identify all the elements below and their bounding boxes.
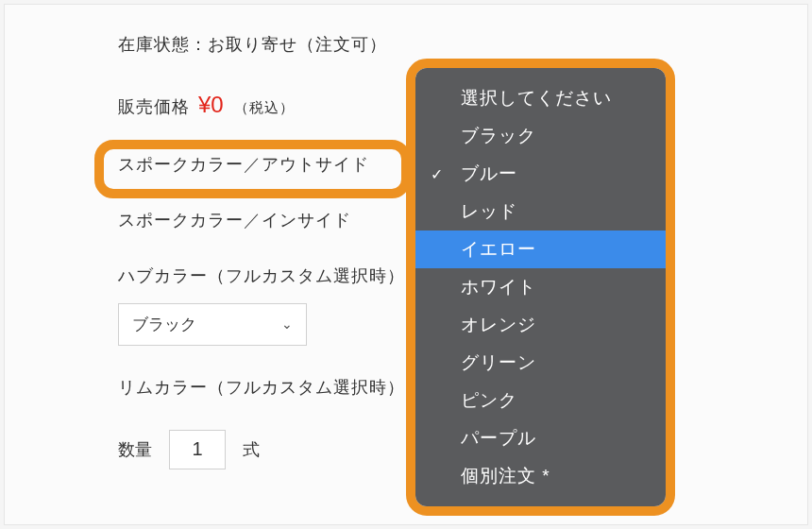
- dropdown-option[interactable]: レッド: [415, 193, 666, 230]
- dropdown-option[interactable]: ブラック: [415, 117, 666, 155]
- dropdown-option-label: ピンク: [461, 390, 517, 410]
- stock-status-text: 在庫状態：お取り寄せ（注文可）: [118, 35, 387, 54]
- dropdown-option[interactable]: 選択してください: [415, 79, 666, 117]
- chevron-down-icon: ⌄: [281, 314, 293, 334]
- dropdown-option[interactable]: ホワイト: [415, 268, 666, 306]
- dropdown-option-label: オレンジ: [461, 315, 536, 334]
- spoke-outside-label: スポークカラー／アウトサイド: [118, 155, 369, 174]
- price-label: 販売価格: [118, 97, 190, 116]
- dropdown-option-label: レッド: [461, 201, 517, 221]
- dropdown-option-label: 個別注文 *: [461, 466, 550, 486]
- dropdown-option[interactable]: イエロー: [415, 230, 666, 268]
- price-tax: （税込）: [234, 99, 295, 115]
- dropdown-option[interactable]: グリーン: [415, 344, 666, 382]
- spoke-outside-dropdown[interactable]: 選択してくださいブラック✓ブルーレッドイエローホワイトオレンジグリーンピンクパー…: [415, 68, 666, 506]
- hub-select-value: ブラック: [132, 312, 196, 337]
- dropdown-option[interactable]: ✓ブルー: [415, 155, 666, 193]
- hub-label: ハブカラー（フルカスタム選択時）: [118, 266, 405, 285]
- dropdown-option[interactable]: オレンジ: [415, 306, 666, 344]
- dropdown-option[interactable]: ピンク: [415, 382, 666, 419]
- dropdown-option-label: グリーン: [461, 352, 536, 372]
- check-icon: ✓: [431, 165, 444, 183]
- dropdown-option-label: イエロー: [461, 239, 536, 259]
- dropdown-option-label: ブラック: [461, 126, 536, 145]
- dropdown-option-label: ホワイト: [461, 277, 536, 297]
- price-value: ¥0: [198, 92, 224, 117]
- dropdown-option-label: 選択してください: [461, 88, 612, 108]
- dropdown-option-label: パープル: [461, 428, 536, 448]
- dropdown-highlight: 選択してくださいブラック✓ブルーレッドイエローホワイトオレンジグリーンピンクパー…: [406, 59, 675, 516]
- quantity-label: 数量: [118, 438, 152, 461]
- dropdown-option-label: ブルー: [461, 163, 517, 183]
- quantity-unit: 式: [243, 438, 260, 461]
- spoke-inside-label: スポークカラー／インサイド: [118, 211, 351, 230]
- quantity-input[interactable]: 1: [169, 430, 226, 469]
- hub-select[interactable]: ブラック ⌄: [118, 303, 307, 346]
- rim-label: リムカラー（フルカスタム選択時）: [118, 378, 405, 397]
- dropdown-option[interactable]: パープル: [415, 419, 666, 457]
- quantity-value: 1: [192, 438, 202, 460]
- stock-status: 在庫状態：お取り寄せ（注文可）: [118, 31, 807, 59]
- dropdown-option[interactable]: 個別注文 *: [415, 457, 666, 495]
